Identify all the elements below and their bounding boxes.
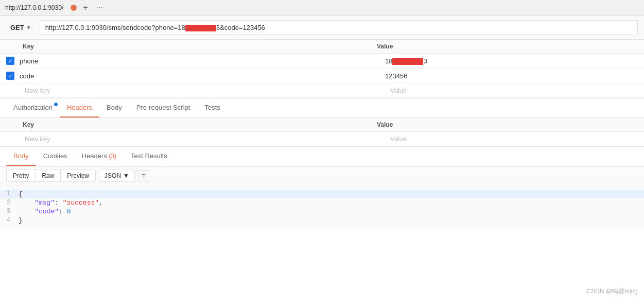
response-tabs: Body Cookies Headers (3) Test Results bbox=[0, 147, 644, 166]
new-key-placeholder[interactable]: New key bbox=[25, 87, 390, 94]
format-group: Pretty Raw Preview bbox=[6, 170, 96, 182]
resp-tab-test-results-label: Test Results bbox=[131, 152, 167, 160]
new-param-row[interactable]: New key Value bbox=[0, 83, 644, 98]
new-value-placeholder[interactable]: Value bbox=[390, 87, 638, 94]
line-num-1: 1 bbox=[0, 190, 19, 197]
wrap-button[interactable]: ≡ bbox=[138, 170, 149, 181]
row2-key[interactable]: code bbox=[20, 72, 385, 80]
tab-favicon-dot bbox=[71, 5, 77, 11]
format-select[interactable]: JSON ▼ bbox=[99, 170, 135, 182]
phone-value-redacted bbox=[392, 58, 423, 65]
url-before: http://127.0.0.1:9030/sms/sendcode?phone… bbox=[45, 24, 185, 31]
tab-headers-label: Headers bbox=[67, 104, 92, 111]
row1-key[interactable]: phone bbox=[20, 57, 385, 65]
browser-chrome: http://127.0.0.1:9030/ + ··· bbox=[0, 0, 644, 16]
method-chevron-icon: ▼ bbox=[26, 25, 31, 30]
resp-tab-headers-label: Headers bbox=[82, 152, 109, 160]
resp-tab-cookies[interactable]: Cookies bbox=[36, 147, 75, 166]
url-after: 3&code=123456 bbox=[216, 24, 265, 31]
url-redacted bbox=[185, 25, 216, 31]
headers-key-header: Key bbox=[6, 121, 377, 128]
line-num-3: 3 bbox=[0, 208, 19, 215]
format-chevron-icon: ▼ bbox=[123, 172, 129, 179]
phone-value-after: 3 bbox=[423, 57, 427, 65]
code-line-2: 2 "msg": "success", bbox=[0, 198, 644, 207]
table-row: ✓ phone 183 bbox=[0, 54, 644, 69]
tab-body[interactable]: Body bbox=[99, 98, 129, 118]
headers-value-header: Value bbox=[377, 121, 638, 128]
tab-tests[interactable]: Tests bbox=[197, 98, 227, 118]
code-line-3: 3 "code": 0 bbox=[0, 207, 644, 216]
row1-checkbox[interactable]: ✓ bbox=[6, 57, 14, 65]
table-row: ✓ code 123456 bbox=[0, 69, 644, 83]
tab-body-label: Body bbox=[107, 104, 122, 111]
row2-value[interactable]: 123456 bbox=[385, 72, 638, 80]
resp-tab-body-label: Body bbox=[13, 152, 29, 160]
phone-value-before: 18 bbox=[385, 57, 392, 65]
method-label: GET bbox=[10, 24, 24, 31]
method-dropdown[interactable]: GET ▼ bbox=[6, 22, 36, 34]
resp-tab-headers[interactable]: Headers (3) bbox=[75, 147, 124, 166]
new-tab-button[interactable]: + bbox=[81, 3, 90, 12]
line-content-3: "code": 0 bbox=[19, 208, 644, 215]
tab-more-button[interactable]: ··· bbox=[94, 3, 105, 12]
new-header-row[interactable]: New key Value bbox=[0, 132, 644, 146]
tab-headers[interactable]: Headers bbox=[60, 98, 99, 118]
tab-authorization[interactable]: Authorization bbox=[6, 98, 60, 118]
tab-tests-label: Tests bbox=[204, 104, 220, 111]
resp-tab-cookies-label: Cookies bbox=[43, 152, 67, 160]
code-line-4: 4 } bbox=[0, 216, 644, 225]
headers-badge: (3) bbox=[109, 153, 116, 160]
line-content-2: "msg": "success", bbox=[19, 199, 644, 207]
params-value-header: Value bbox=[377, 43, 638, 50]
line-content-4: } bbox=[19, 216, 644, 224]
preview-button[interactable]: Preview bbox=[61, 170, 95, 181]
pretty-button[interactable]: Pretty bbox=[7, 170, 36, 181]
line-num-4: 4 bbox=[0, 216, 19, 224]
raw-button[interactable]: Raw bbox=[36, 170, 61, 181]
tab-authorization-label: Authorization bbox=[13, 104, 53, 111]
format-bar: Pretty Raw Preview JSON ▼ ≡ bbox=[0, 166, 644, 186]
row2-checkbox[interactable]: ✓ bbox=[6, 72, 14, 80]
line-content-1: { bbox=[19, 190, 644, 198]
browser-tab-url: http://127.0.0.1:9030/ bbox=[5, 4, 63, 11]
format-select-label: JSON bbox=[105, 172, 121, 179]
params-key-header: Key bbox=[6, 43, 377, 50]
code-line-1: 1 { bbox=[0, 190, 644, 198]
resp-tab-body[interactable]: Body bbox=[6, 147, 36, 166]
params-section: Key Value ✓ phone 183 ✓ code 123456 New … bbox=[0, 40, 644, 98]
row1-value[interactable]: 183 bbox=[385, 57, 638, 65]
headers-table-header: Key Value bbox=[0, 118, 644, 132]
code-output: 1 { 2 "msg": "success", 3 "code": 0 4 } bbox=[0, 186, 644, 229]
tab-prerequest[interactable]: Pre-request Script bbox=[129, 98, 198, 118]
request-tabs: Authorization Headers Body Pre-request S… bbox=[0, 98, 644, 118]
params-table-header: Key Value bbox=[0, 40, 644, 54]
wrap-icon-symbol: ≡ bbox=[142, 172, 146, 180]
resp-tab-test-results[interactable]: Test Results bbox=[124, 147, 175, 166]
url-bar: GET ▼ http://127.0.0.1:9030/sms/sendcode… bbox=[0, 16, 644, 40]
line-num-2: 2 bbox=[0, 199, 19, 206]
headers-new-value-placeholder[interactable]: Value bbox=[390, 135, 638, 143]
headers-new-key-placeholder[interactable]: New key bbox=[25, 135, 390, 143]
tab-prerequest-label: Pre-request Script bbox=[136, 104, 190, 111]
headers-section: Key Value New key Value bbox=[0, 118, 644, 147]
url-input-display[interactable]: http://127.0.0.1:9030/sms/sendcode?phone… bbox=[40, 20, 638, 35]
